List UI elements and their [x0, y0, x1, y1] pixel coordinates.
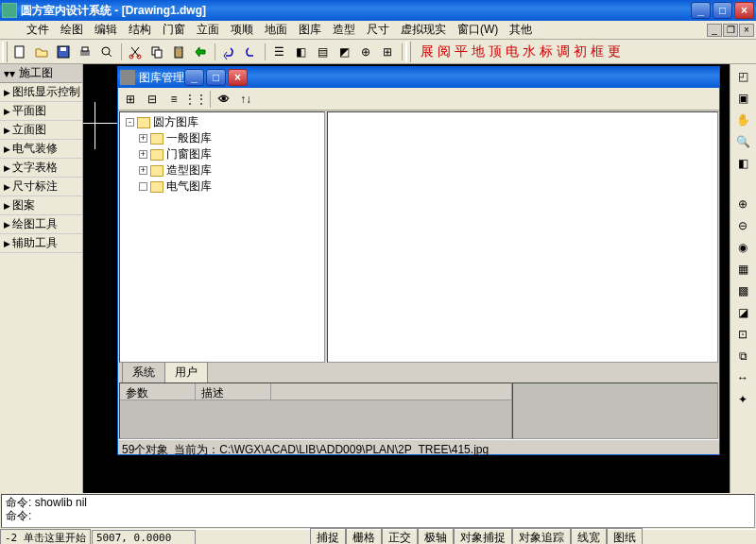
menu-floor[interactable]: 地面	[259, 20, 293, 40]
tool3-icon[interactable]: ▤	[312, 42, 333, 62]
rtool-13[interactable]: ⧉	[732, 346, 753, 366]
tree-root[interactable]: -圆方图库	[122, 114, 322, 130]
red-btn-6[interactable]: 水	[523, 43, 536, 60]
rtool-9[interactable]: ▦	[732, 259, 753, 280]
open-icon[interactable]	[31, 42, 52, 62]
status-snap[interactable]: 捕捉	[310, 528, 346, 544]
redo-icon[interactable]	[240, 42, 261, 62]
menu-vr[interactable]: 虚拟现实	[395, 20, 452, 40]
col-param[interactable]: 参数	[120, 383, 196, 400]
col-desc[interactable]: 描述	[196, 383, 271, 400]
rtool-5[interactable]: ◧	[732, 153, 753, 174]
rtool-14[interactable]: ↔	[732, 367, 753, 388]
status-lwt[interactable]: 线宽	[571, 528, 607, 544]
tool6-icon[interactable]: ⊞	[377, 42, 398, 62]
red-btn-1[interactable]: 阅	[438, 43, 451, 60]
scroll-right[interactable]: ▶	[738, 527, 753, 528]
sidebar-item-pattern[interactable]: ▶图案	[0, 196, 82, 215]
sidebar-item-display[interactable]: ▶图纸显示控制	[0, 83, 82, 102]
maximize-button[interactable]: □	[713, 2, 732, 19]
red-btn-4[interactable]: 顶	[489, 43, 502, 60]
dlg-tool-4[interactable]: ⋮⋮	[185, 89, 206, 110]
dialog-titlebar[interactable]: 图库管理 _ □ ×	[118, 67, 719, 88]
red-btn-3[interactable]: 地	[472, 43, 485, 60]
menu-structure[interactable]: 结构	[123, 20, 157, 40]
paste-icon[interactable]	[168, 42, 189, 62]
cut-icon[interactable]	[125, 42, 146, 62]
menu-elevation[interactable]: 立面	[191, 20, 225, 40]
menu-window[interactable]: 窗口(W)	[452, 20, 504, 40]
sidebar-item-drawtool[interactable]: ▶绘图工具	[0, 215, 82, 234]
mdi-close[interactable]: ×	[739, 24, 754, 37]
dlg-tool-3[interactable]: ≡	[163, 89, 184, 110]
tab-user[interactable]: 用户	[164, 362, 208, 382]
sidebar-header[interactable]: ▾▾ 施工图	[0, 64, 82, 83]
minimize-button[interactable]: _	[691, 2, 711, 19]
tree-item-door[interactable]: +门窗图库	[122, 146, 322, 162]
print-icon[interactable]	[75, 42, 95, 62]
dlg-tool-1[interactable]: ⊞	[120, 89, 141, 110]
menu-edit[interactable]: 编辑	[89, 20, 123, 40]
red-btn-9[interactable]: 初	[574, 43, 587, 60]
status-ortho[interactable]: 正交	[382, 528, 418, 544]
toolbar-grip[interactable]	[2, 42, 8, 62]
dialog-minimize[interactable]: _	[184, 69, 204, 86]
menu-draw[interactable]: 绘图	[55, 20, 89, 40]
command-line[interactable]: 命令: showlib nil 命令: ◀▶	[1, 494, 755, 528]
rtool-12[interactable]: ⊡	[732, 324, 753, 345]
close-button[interactable]: ×	[734, 2, 754, 19]
sidebar-item-electric[interactable]: ▶电气装修	[0, 140, 82, 159]
rtool-2[interactable]: ▣	[732, 88, 753, 109]
mdi-restore[interactable]: ❐	[723, 24, 738, 37]
menu-file[interactable]: 文件	[21, 20, 55, 40]
sidebar-item-text[interactable]: ▶文字表格	[0, 159, 82, 178]
sort-icon[interactable]: ↑↓	[235, 89, 256, 110]
tree-item-general[interactable]: +一般图库	[122, 130, 322, 146]
search-icon[interactable]: 👁	[214, 89, 234, 110]
library-preview[interactable]	[327, 111, 718, 363]
params-panel[interactable]: 参数 描述	[119, 382, 512, 439]
zoom-icon[interactable]: 🔍	[732, 131, 753, 152]
sidebar-item-elevation[interactable]: ▶立面图	[0, 121, 82, 140]
toolbar-grip-2[interactable]	[405, 42, 411, 62]
tool2-icon[interactable]: ◧	[290, 42, 311, 62]
pan-icon[interactable]: ✋	[732, 110, 753, 130]
sidebar-item-aux[interactable]: ▶辅助工具	[0, 234, 82, 253]
red-btn-2[interactable]: 平	[455, 43, 468, 60]
menu-other[interactable]: 其他	[504, 20, 538, 40]
rtool-6[interactable]: ⊕	[732, 194, 753, 214]
tree-item-electric[interactable]: 电气图库	[122, 178, 322, 195]
rtool-1[interactable]: ◰	[732, 66, 753, 87]
rtool-10[interactable]: ▩	[732, 280, 753, 301]
sidebar-item-dim[interactable]: ▶尺寸标注	[0, 178, 82, 196]
sidebar-item-plan[interactable]: ▶平面图	[0, 102, 82, 121]
dialog-maximize[interactable]: □	[206, 69, 226, 86]
red-btn-8[interactable]: 调	[557, 43, 570, 60]
menu-dim[interactable]: 尺寸	[361, 20, 395, 40]
status-paper[interactable]: 图纸	[607, 528, 643, 544]
red-btn-7[interactable]: 标	[540, 43, 553, 60]
mdi-minimize[interactable]: _	[707, 24, 722, 37]
menu-shape[interactable]: 造型	[327, 20, 361, 40]
copy-icon[interactable]	[146, 42, 167, 62]
tool4-icon[interactable]: ◩	[334, 42, 354, 62]
new-icon[interactable]	[9, 42, 30, 62]
tool5-icon[interactable]: ⊕	[355, 42, 376, 62]
match-icon[interactable]	[190, 42, 211, 62]
rtool-8[interactable]: ◉	[732, 237, 753, 258]
dlg-tool-2[interactable]: ⊟	[142, 89, 163, 110]
tool1-icon[interactable]: ☰	[268, 42, 289, 62]
rtool-15[interactable]: ✦	[732, 389, 753, 410]
coord-label[interactable]: -2 单击这里开始	[0, 529, 91, 544]
rtool-7[interactable]: ⊖	[732, 215, 753, 236]
status-polar[interactable]: 极轴	[418, 528, 454, 544]
preview-icon[interactable]	[96, 42, 117, 62]
tree-item-shape[interactable]: +造型图库	[122, 162, 322, 178]
red-btn-11[interactable]: 更	[608, 43, 621, 60]
menu-library[interactable]: 图库	[293, 20, 327, 40]
scroll-left[interactable]: ◀	[723, 527, 738, 528]
library-tree[interactable]: -圆方图库 +一般图库 +门窗图库 +造型图库 电气图库	[119, 111, 325, 363]
menu-door[interactable]: 门窗	[157, 20, 191, 40]
rtool-11[interactable]: ◪	[732, 302, 753, 323]
undo-icon[interactable]	[218, 42, 239, 62]
